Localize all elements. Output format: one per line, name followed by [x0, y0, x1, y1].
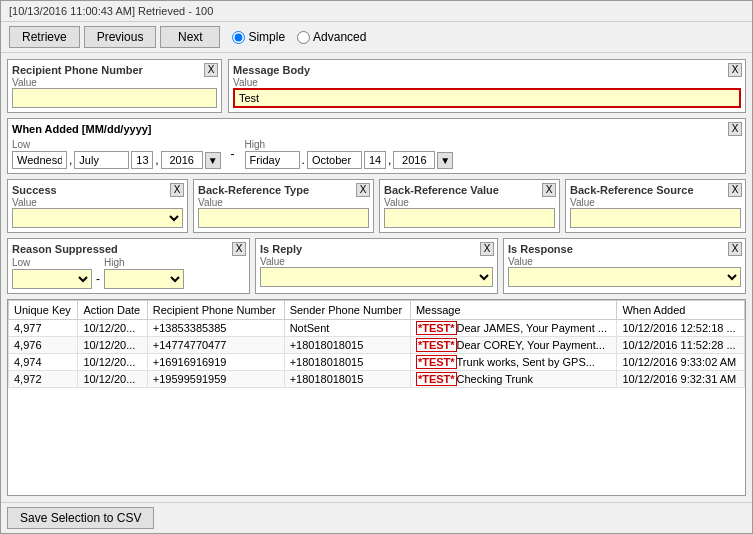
- low-date-dropdown[interactable]: ▼: [205, 152, 221, 169]
- high-date-dropdown[interactable]: ▼: [437, 152, 453, 169]
- cell-sender-phone: +18018018015: [284, 371, 410, 388]
- recipient-phone-input[interactable]: [12, 88, 217, 108]
- cell-when-added: 10/12/2016 9:33:02 AM: [617, 354, 745, 371]
- filter-row-3: X Success Value X Back-Reference Type Va…: [7, 179, 746, 233]
- when-added-filter: X When Added [MM/dd/yyyy] Low , , ▼ -: [7, 118, 746, 174]
- cell-message: *TEST*Dear COREY, Your Payment...: [410, 337, 617, 354]
- results-table-section: Unique Key Action Date Recipient Phone N…: [7, 299, 746, 496]
- title-bar: [10/13/2016 11:00:43 AM] Retrieved - 100: [1, 1, 752, 22]
- is-reply-sublabel: Value: [260, 256, 493, 267]
- is-reply-filter: X Is Reply Value: [255, 238, 498, 294]
- back-ref-source-filter: X Back-Reference Source Value: [565, 179, 746, 233]
- advanced-radio-label[interactable]: Advanced: [297, 30, 366, 44]
- low-comma: ,: [69, 153, 72, 167]
- is-response-close[interactable]: X: [728, 242, 742, 256]
- back-ref-value-label: Back-Reference Value: [384, 184, 555, 196]
- content-area: X Recipient Phone Number Value X Message…: [1, 53, 752, 502]
- success-close[interactable]: X: [170, 183, 184, 197]
- high-year-input[interactable]: [393, 151, 435, 169]
- cell-message: *TEST*Checking Trunk: [410, 371, 617, 388]
- table-row[interactable]: 4,976 10/12/20... +14774770477 +18018018…: [9, 337, 745, 354]
- message-body-filter: X Message Body Value: [228, 59, 746, 113]
- high-month-input[interactable]: [307, 151, 362, 169]
- low-year-input[interactable]: [161, 151, 203, 169]
- reason-suppressed-filter: X Reason Suppressed Low - High: [7, 238, 250, 294]
- table-row[interactable]: 4,977 10/12/20... +13853385385 NotSent *…: [9, 320, 745, 337]
- reason-low-group: Low: [12, 257, 92, 289]
- reason-suppressed-close[interactable]: X: [232, 242, 246, 256]
- reason-low-label: Low: [12, 257, 92, 268]
- is-response-select[interactable]: [508, 267, 741, 287]
- when-added-close[interactable]: X: [728, 122, 742, 136]
- low-dot: ,: [155, 153, 158, 167]
- save-csv-button[interactable]: Save Selection to CSV: [7, 507, 154, 529]
- previous-button[interactable]: Previous: [84, 26, 157, 48]
- simple-radio-label[interactable]: Simple: [232, 30, 285, 44]
- low-date-inputs: , , ▼: [12, 151, 221, 169]
- high-day-input[interactable]: [245, 151, 300, 169]
- recipient-phone-sublabel: Value: [12, 77, 217, 88]
- reason-low-select[interactable]: [12, 269, 92, 289]
- recipient-phone-filter: X Recipient Phone Number Value: [7, 59, 222, 113]
- recipient-phone-close[interactable]: X: [204, 63, 218, 77]
- message-body-sublabel: Value: [233, 77, 741, 88]
- cell-when-added: 10/12/2016 11:52:28 ...: [617, 337, 745, 354]
- cell-unique-key: 4,972: [9, 371, 78, 388]
- message-body-close[interactable]: X: [728, 63, 742, 77]
- table-row[interactable]: 4,972 10/12/20... +19599591959 +18018018…: [9, 371, 745, 388]
- cell-recipient-phone: +13853385385: [147, 320, 284, 337]
- success-select[interactable]: [12, 208, 183, 228]
- title-text: [10/13/2016 11:00:43 AM] Retrieved - 100: [9, 5, 213, 17]
- filter-row-1: X Recipient Phone Number Value X Message…: [7, 59, 746, 113]
- is-reply-select[interactable]: [260, 267, 493, 287]
- reason-dash: -: [96, 272, 100, 286]
- back-ref-source-close[interactable]: X: [728, 183, 742, 197]
- high-group: High . , ▼: [245, 139, 454, 169]
- msg-test-badge: *TEST*: [416, 372, 457, 386]
- low-day-num-input[interactable]: [131, 151, 153, 169]
- back-ref-type-close[interactable]: X: [356, 183, 370, 197]
- cell-message: *TEST*Dear JAMES, Your Payment ...: [410, 320, 617, 337]
- when-added-label: When Added [MM/dd/yyyy]: [12, 123, 152, 135]
- advanced-radio[interactable]: [297, 31, 310, 44]
- is-response-label: Is Response: [508, 243, 741, 255]
- high-dot: .: [302, 153, 305, 167]
- results-table: Unique Key Action Date Recipient Phone N…: [8, 300, 745, 388]
- bottom-bar: Save Selection to CSV: [1, 502, 752, 533]
- back-ref-type-sublabel: Value: [198, 197, 369, 208]
- cell-when-added: 10/12/2016 12:52:18 ...: [617, 320, 745, 337]
- cell-when-added: 10/12/2016 9:32:31 AM: [617, 371, 745, 388]
- back-ref-type-input[interactable]: [198, 208, 369, 228]
- date-dash: -: [231, 147, 235, 161]
- simple-radio[interactable]: [232, 31, 245, 44]
- high-date-inputs: . , ▼: [245, 151, 454, 169]
- col-message: Message: [410, 301, 617, 320]
- next-button[interactable]: Next: [160, 26, 220, 48]
- high-day-num-input[interactable]: [364, 151, 386, 169]
- msg-test-badge: *TEST*: [416, 355, 457, 369]
- back-ref-source-input[interactable]: [570, 208, 741, 228]
- success-sublabel: Value: [12, 197, 183, 208]
- cell-recipient-phone: +14774770477: [147, 337, 284, 354]
- message-body-input[interactable]: [233, 88, 741, 108]
- back-ref-source-label: Back-Reference Source: [570, 184, 741, 196]
- low-month-input[interactable]: [74, 151, 129, 169]
- col-recipient-phone: Recipient Phone Number: [147, 301, 284, 320]
- table-header-row: Unique Key Action Date Recipient Phone N…: [9, 301, 745, 320]
- retrieve-button[interactable]: Retrieve: [9, 26, 80, 48]
- reason-high-select[interactable]: [104, 269, 184, 289]
- success-label: Success: [12, 184, 183, 196]
- back-ref-type-label: Back-Reference Type: [198, 184, 369, 196]
- table-row[interactable]: 4,974 10/12/20... +16916916919 +18018018…: [9, 354, 745, 371]
- recipient-phone-label: Recipient Phone Number: [12, 64, 217, 76]
- low-group: Low , , ▼: [12, 139, 221, 169]
- cell-unique-key: 4,977: [9, 320, 78, 337]
- success-filter: X Success Value: [7, 179, 188, 233]
- simple-label: Simple: [248, 30, 285, 44]
- back-ref-value-close[interactable]: X: [542, 183, 556, 197]
- is-reply-close[interactable]: X: [480, 242, 494, 256]
- is-response-sublabel: Value: [508, 256, 741, 267]
- back-ref-value-input[interactable]: [384, 208, 555, 228]
- low-day-input[interactable]: [12, 151, 67, 169]
- table-container[interactable]: Unique Key Action Date Recipient Phone N…: [8, 300, 745, 495]
